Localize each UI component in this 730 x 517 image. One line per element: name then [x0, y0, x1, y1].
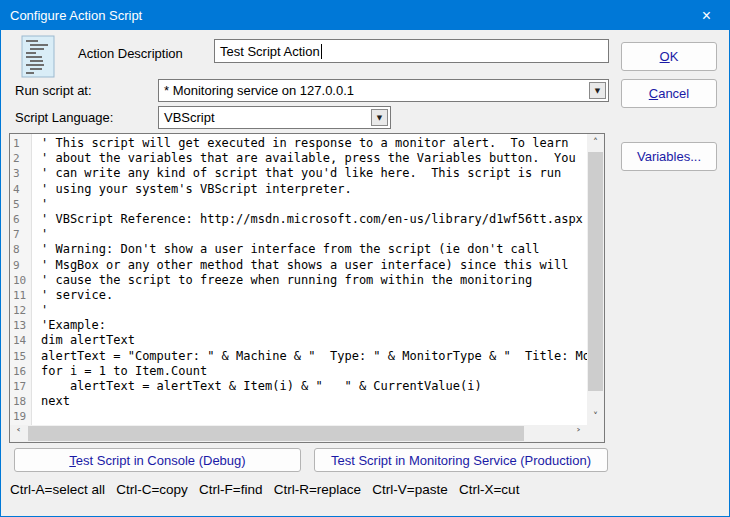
line-text: 'Example: [32, 318, 587, 333]
line-text: next [32, 394, 587, 409]
editor-line: 10 ' cause the script to freeze when run… [10, 273, 587, 288]
editor-line: 6 ' VBScript Reference: http://msdn.micr… [10, 212, 587, 227]
line-number: 7 [10, 227, 32, 242]
line-text: ' cause the script to freeze when runnin… [32, 273, 587, 288]
editor-line: 16 for i = 1 to Item.Count [10, 364, 587, 379]
line-text: dim alertText [32, 333, 587, 348]
text-caret [321, 44, 322, 59]
run-script-at-label: Run script at: [15, 83, 92, 98]
editor-line: 7 ' [10, 227, 587, 242]
editor-line: 2 ' about the variables that are availab… [10, 151, 587, 166]
vertical-scrollbar-thumb[interactable] [588, 152, 603, 391]
scroll-right-icon[interactable]: ˃ [570, 425, 587, 442]
action-description-value: Test Script Action [220, 44, 320, 59]
horizontal-scrollbar[interactable]: ˂ ˃ [10, 425, 587, 442]
editor-line: 18 next [10, 394, 587, 409]
action-description-input[interactable]: Test Script Action [214, 39, 609, 63]
variables-button[interactable]: Variables... [621, 142, 717, 171]
script-language-label: Script Language: [15, 110, 113, 125]
line-number: 19 [10, 409, 32, 424]
line-text: ' about the variables that are available… [32, 151, 587, 166]
editor-line: 14 dim alertText [10, 333, 587, 348]
line-number: 18 [10, 394, 32, 409]
titlebar: Configure Action Script × [1, 1, 729, 30]
line-text: ' can write any kind of script that you'… [32, 166, 587, 181]
line-number: 5 [10, 197, 32, 212]
line-number: 16 [10, 364, 32, 379]
scrollbar-corner [587, 425, 604, 442]
line-text: ' This script will get executed in respo… [32, 136, 587, 151]
vertical-scrollbar[interactable]: ˄ ˅ [587, 134, 604, 425]
keyboard-shortcuts-status-text: Ctrl-A=select all Ctrl-C=copy Ctrl-F=fin… [10, 482, 519, 497]
scroll-down-icon[interactable]: ˅ [587, 408, 604, 425]
script-language-combobox[interactable]: VBScript ▼ [158, 106, 391, 129]
line-text: ' Warning: Don't show a user interface f… [32, 242, 587, 257]
horizontal-scrollbar-thumb[interactable] [28, 426, 524, 441]
configure-action-script-dialog: Configure Action Script × Action Descrip… [0, 0, 730, 517]
code-text-area[interactable]: 1 ' This script will get executed in res… [10, 134, 587, 425]
line-text: ' VBScript Reference: http://msdn.micros… [32, 212, 587, 227]
line-number: 14 [10, 333, 32, 348]
close-icon[interactable]: × [684, 1, 729, 30]
line-number: 1 [10, 136, 32, 151]
script-language-value: VBScript [159, 110, 369, 125]
ok-button[interactable]: OK [621, 42, 717, 71]
editor-line: 9 ' MsgBox or any other method that show… [10, 258, 587, 273]
editor-line: 13 'Example: [10, 318, 587, 333]
line-number: 15 [10, 349, 32, 364]
test-script-console-button[interactable]: Test Script in Console (Debug) [14, 448, 301, 472]
script-code-editor: 1 ' This script will get executed in res… [9, 133, 605, 443]
line-text: for i = 1 to Item.Count [32, 364, 587, 379]
editor-line: 4 ' using your system's VBScript interpr… [10, 182, 587, 197]
line-number: 6 [10, 212, 32, 227]
editor-line: 17 alertText = alertText & Item(i) & " "… [10, 379, 587, 394]
line-text: ' [32, 197, 587, 212]
chevron-down-icon[interactable]: ▼ [371, 109, 388, 126]
editor-line: 11 ' service. [10, 288, 587, 303]
line-text: alertText = "Computer: " & Machine & " T… [32, 349, 587, 364]
line-text: ' service. [32, 288, 587, 303]
script-document-icon [21, 35, 55, 82]
line-text: alertText = alertText & Item(i) & " " & … [32, 379, 587, 394]
editor-line: 3 ' can write any kind of script that yo… [10, 166, 587, 181]
line-text [32, 409, 587, 424]
line-number: 9 [10, 258, 32, 273]
line-text: ' MsgBox or any other method that shows … [32, 258, 587, 273]
line-number: 13 [10, 318, 32, 333]
line-number: 12 [10, 303, 32, 318]
line-number: 11 [10, 288, 32, 303]
editor-line: 5 ' [10, 197, 587, 212]
editor-line: 15 alertText = "Computer: " & Machine & … [10, 349, 587, 364]
editor-line: 12 ' [10, 303, 587, 318]
line-number: 17 [10, 379, 32, 394]
line-text: ' [32, 303, 587, 318]
window-title: Configure Action Script [1, 8, 684, 23]
line-number: 8 [10, 242, 32, 257]
line-number: 3 [10, 166, 32, 181]
run-script-at-value: * Monitoring service on 127.0.0.1 [159, 83, 587, 98]
action-description-label: Action Description [78, 46, 183, 61]
run-script-at-combobox[interactable]: * Monitoring service on 127.0.0.1 ▼ [158, 79, 609, 102]
line-number: 4 [10, 182, 32, 197]
scroll-left-icon[interactable]: ˂ [10, 425, 27, 442]
chevron-down-icon[interactable]: ▼ [589, 82, 606, 99]
line-text: ' using your system's VBScript interpret… [32, 182, 587, 197]
editor-line: 1 ' This script will get executed in res… [10, 136, 587, 151]
cancel-button[interactable]: Cancel [621, 79, 717, 108]
editor-line: 19 [10, 409, 587, 424]
line-number: 10 [10, 273, 32, 288]
test-script-service-button[interactable]: Test Script in Monitoring Service (Produ… [314, 448, 608, 472]
line-text: ' [32, 227, 587, 242]
scroll-up-icon[interactable]: ˄ [587, 134, 604, 151]
line-number: 2 [10, 151, 32, 166]
editor-line: 8 ' Warning: Don't show a user interface… [10, 242, 587, 257]
